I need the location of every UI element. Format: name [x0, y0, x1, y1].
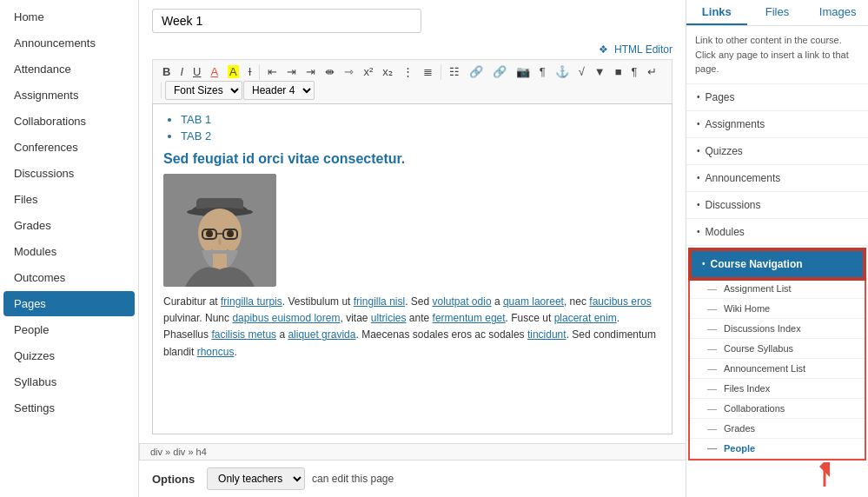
bullet-course-nav: • [702, 259, 706, 268]
special-char-btn[interactable]: ¶ [535, 63, 550, 80]
link-quizzes[interactable]: • Quizzes [686, 138, 868, 165]
bullet-announcements: • [697, 173, 700, 182]
page-title-input[interactable] [152, 9, 421, 33]
align-right-btn[interactable]: ⇥ [301, 63, 320, 80]
link-announcements[interactable]: • Announcements [686, 165, 868, 192]
separator-3 [161, 83, 162, 98]
bullet-pages: • [697, 92, 700, 102]
anchor-btn[interactable]: ⚓ [551, 63, 573, 80]
font-size-select[interactable]: Font Sizes [165, 81, 242, 100]
link-btn[interactable]: 🔗 [465, 63, 487, 80]
options-label: Options [152, 473, 195, 486]
separator-1 [259, 64, 260, 80]
svg-rect-10 [213, 254, 227, 269]
sub-link-course-syllabus[interactable]: — Course Syllabus [690, 339, 865, 359]
header-select[interactable]: Header 4 [243, 81, 315, 100]
tab-images[interactable]: Images [807, 0, 868, 25]
unlink-btn[interactable]: 🔗 [488, 63, 511, 80]
equation-btn[interactable]: √ [574, 63, 589, 80]
sidebar-item-syllabus[interactable]: Syllabus [3, 369, 135, 394]
sidebar-item-pages[interactable]: Pages [3, 291, 135, 316]
sub-link-wiki-home[interactable]: — Wiki Home [690, 299, 865, 319]
main-content: ❖ HTML Editor B I U A A I ⇤ ⇥ ⇥ ⇼ ⇾ x² x… [139, 0, 686, 497]
sidebar-item-attendance[interactable]: Attendance [3, 56, 135, 82]
arrow-up-container [686, 462, 868, 488]
sidebar-item-modules[interactable]: Modules [3, 239, 135, 264]
sub-link-people[interactable]: — People [690, 439, 865, 459]
align-center-btn[interactable]: ⇥ [282, 63, 301, 80]
indent-btn[interactable]: ⇾ [340, 63, 358, 80]
align-left-btn[interactable]: ⇤ [263, 63, 282, 80]
subscript-btn[interactable]: x₂ [378, 63, 397, 80]
bullet-assignments: • [697, 119, 700, 129]
sub-link-collaborations[interactable]: — Collaborations [690, 399, 865, 419]
tab-list: TAB 1 TAB 2 [181, 113, 661, 142]
italic-btn[interactable]: I [176, 63, 188, 80]
align-justify-btn[interactable]: ⇼ [321, 63, 339, 80]
content-heading: Sed feugiat id orci vitae consectetur. [163, 151, 661, 167]
sidebar-item-grades[interactable]: Grades [3, 213, 135, 238]
right-panel-description: Link to other content in the course. Cli… [686, 26, 868, 84]
separator-2 [441, 64, 441, 80]
options-select[interactable]: Only teachers [207, 467, 305, 490]
sidebar-item-files[interactable]: Files [3, 187, 135, 212]
sub-link-discussions-index[interactable]: — Discussions Index [690, 319, 865, 339]
link-discussions[interactable]: • Discussions [686, 192, 868, 219]
html-editor-link[interactable]: ❖ HTML Editor [152, 43, 673, 56]
tab-1[interactable]: TAB 1 [181, 113, 661, 126]
right-panel-tabs: Links Files Images [686, 0, 868, 26]
media-btn[interactable]: ■ [611, 63, 626, 80]
image-btn[interactable]: 📷 [512, 63, 534, 80]
editor-toolbar: B I U A A I ⇤ ⇥ ⇥ ⇼ ⇾ x² x₂ ⋮ ≣ ☷ 🔗 🔗 📷 … [152, 59, 673, 103]
rtl-btn[interactable]: ↵ [643, 63, 661, 80]
link-course-navigation[interactable]: • Course Navigation [690, 249, 865, 279]
numbered-list-btn[interactable]: ≣ [419, 63, 437, 80]
link-assignments[interactable]: • Assignments [686, 111, 868, 138]
embed-btn[interactable]: ▼ [590, 63, 610, 80]
course-navigation-section: • Course Navigation — Assignment List — … [688, 248, 866, 461]
highlight-btn[interactable]: A [223, 63, 243, 80]
options-bar: Options Only teachers can edit this page [139, 460, 686, 497]
link-pages[interactable]: • Pages [686, 84, 868, 111]
table-btn[interactable]: ☷ [445, 63, 464, 80]
sidebar-item-settings[interactable]: Settings [3, 395, 135, 421]
tab-files[interactable]: Files [747, 0, 808, 25]
sidebar-item-home[interactable]: Home [3, 4, 135, 30]
sidebar: Home Announcements Attendance Assignment… [0, 0, 139, 497]
svg-point-4 [198, 209, 242, 257]
sidebar-item-outcomes[interactable]: Outcomes [3, 265, 135, 290]
sub-link-announcement-list[interactable]: — Announcement List [690, 359, 865, 379]
tab-links[interactable]: Links [686, 0, 747, 25]
sub-link-files-index[interactable]: — Files Index [690, 379, 865, 399]
svg-point-8 [206, 230, 213, 237]
right-panel: Links Files Images Link to other content… [686, 0, 868, 497]
svg-point-9 [227, 230, 234, 237]
sidebar-item-announcements[interactable]: Announcements [3, 30, 135, 56]
sidebar-item-conferences[interactable]: Conferences [3, 135, 135, 160]
sidebar-item-people[interactable]: People [3, 317, 135, 342]
para-btn[interactable]: ¶ [627, 63, 642, 80]
tab-2[interactable]: TAB 2 [181, 129, 661, 142]
bullet-quizzes: • [697, 146, 700, 156]
options-text: can edit this page [312, 473, 394, 485]
bullet-discussions: • [697, 200, 700, 209]
sidebar-item-assignments[interactable]: Assignments [3, 83, 135, 108]
underline-btn[interactable]: U [189, 63, 205, 80]
arrow-left [152, 248, 157, 285]
sub-link-grades[interactable]: — Grades [690, 419, 865, 439]
sidebar-item-quizzes[interactable]: Quizzes [3, 343, 135, 368]
bold-btn[interactable]: B [158, 63, 175, 80]
editor-area: ❖ HTML Editor B I U A A I ⇤ ⇥ ⇥ ⇼ ⇾ x² x… [139, 0, 686, 443]
sidebar-item-collaborations[interactable]: Collaborations [3, 109, 135, 134]
breadcrumb: div » div » h4 [139, 443, 686, 460]
sub-link-assignment-list[interactable]: — Assignment List [690, 279, 865, 299]
editor-content[interactable]: TAB 1 TAB 2 Sed feugiat id orci vitae co… [152, 103, 673, 434]
sidebar-item-discussions[interactable]: Discussions [3, 161, 135, 186]
strikethrough-btn[interactable]: I [244, 63, 256, 80]
body-text: Curabitur at fringilla turpis. Vestibulu… [163, 294, 661, 361]
bullet-modules: • [697, 227, 700, 236]
font-color-btn[interactable]: A [206, 63, 222, 80]
superscript-btn[interactable]: x² [359, 63, 377, 80]
link-modules[interactable]: • Modules [686, 219, 868, 246]
bullet-list-btn[interactable]: ⋮ [398, 63, 418, 80]
